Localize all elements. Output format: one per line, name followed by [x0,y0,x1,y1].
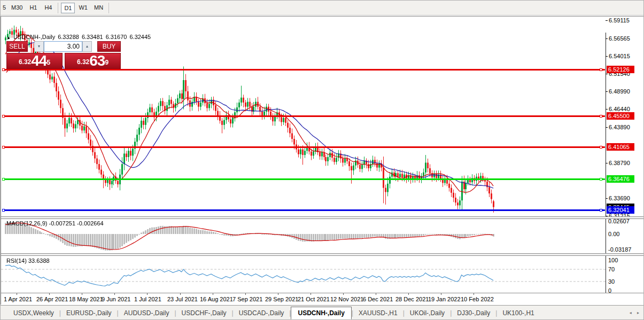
date-label: 7 Sep 2021 [232,296,262,302]
line-price-label: 6.41065 [607,143,634,151]
resistance-line-6.41065[interactable] [2,146,605,148]
timeframe-d1[interactable]: D1 [61,3,75,13]
volume-decrease-button[interactable]: ▼ [34,41,44,52]
tab-ukoil-daily[interactable]: UKOil-,Daily [405,307,450,319]
tab-usdcad-daily[interactable]: USDCAD-,Daily [234,307,290,319]
line-handle-right[interactable] [600,68,602,71]
price-tick-mark [606,127,608,128]
date-label: 18 May 2021 [69,296,103,302]
tab-usdx-weekly[interactable]: USDX,Weekly [8,307,59,319]
resistance-line-6.45500[interactable] [2,115,605,117]
sell-price-big: 44 [31,54,46,68]
buy-price-prefix: 6.32 [77,56,89,68]
date-label: 10 Feb 2022 [461,296,494,302]
line-bar [2,69,605,71]
ohlc-close: 6.32445 [129,34,151,40]
line-handle-left[interactable] [2,68,5,71]
line-price-label: 6.32041 [607,206,634,214]
date-label: 6 Dec 2021 [363,296,393,302]
timeframe-m30[interactable]: M30 [9,3,25,13]
sell-button[interactable]: SELL [6,41,28,52]
tab-xauusd-h1[interactable]: XAUUSD-,H1 [353,307,403,319]
volume-input[interactable] [44,41,82,52]
timeframe-w1[interactable]: W1 [76,3,90,13]
line-bar [2,178,605,180]
line-handle-right[interactable] [600,178,602,181]
price-tick-label: 6.48990 [609,88,630,95]
collapse-icon[interactable]: ▲ [6,35,11,40]
date-label: 23 Jul 2021 [167,296,198,302]
macd-splitter[interactable] [1,216,644,219]
line-handle-right[interactable] [600,115,602,118]
chart-symbol-title: USDCNH-,Daily [13,34,55,40]
date-tick-mark [147,293,148,295]
line-handle-left[interactable] [2,209,5,212]
date-label: 26 Apr 2021 [36,296,68,302]
date-label: 29 Sep 2021 [265,296,298,302]
buy-price-box[interactable]: 6.32 63 9 [65,53,121,69]
price-tick-label: 6.43890 [609,124,630,130]
support-line-6.36476[interactable] [2,178,605,180]
sell-price-prefix: 6.32 [19,56,31,68]
date-tick-mark [82,293,82,295]
tab-scroll-arrows[interactable]: ◂ ▸ [630,310,641,315]
rsi-canvas[interactable] [1,256,606,292]
price-tick-label: 6.56565 [609,35,630,42]
timeframe-mn[interactable]: MN [91,3,106,13]
line-handle-right[interactable] [600,209,602,212]
chart-window: ▲USDCNH-,Daily6.332886.334816.316706.324… [1,16,644,305]
date-tick-mark [408,293,409,295]
timeframe-5[interactable]: 5 [1,3,7,13]
macd-axis-label: 0.00 [608,231,619,237]
ohlc-high: 6.33481 [82,34,103,40]
line-price-label: 6.36476 [607,175,634,183]
chart-tab-bar: USDX,Weekly|EURUSD-,Daily|AUDUSD-,Daily|… [1,305,644,320]
tab-dj30-daily[interactable]: DJ30-,Daily [452,307,495,319]
resistance-line-6.52126[interactable] [2,69,605,71]
tab-eurusd-daily[interactable]: EURUSD-,Daily [61,307,117,319]
date-axis[interactable]: 1 Apr 202126 Apr 202118 May 20219 Jun 20… [1,293,644,305]
macd-label: MACD(12,26,9) -0.007251 -0.002664 [6,220,104,227]
tab-usdcnh-daily[interactable]: USDCNH-,Daily [291,307,351,319]
line-handle-left[interactable] [2,115,5,118]
price-tick-mark [606,38,608,39]
macd-axis-label: -0.03187 [608,246,631,253]
rsi-axis-label: 0 [608,287,611,294]
date-label: 1 Apr 2021 [4,296,32,302]
tab-usdchf-daily[interactable]: USDCHF-,Daily [176,307,232,319]
date-tick-mark [245,293,246,295]
line-price-label: 6.52126 [607,66,634,73]
support-line-6.32041[interactable] [2,209,605,211]
price-tick-label: 6.38790 [609,160,630,166]
rsi-axis-label: 30 [608,278,615,285]
toolbar-separator [108,3,109,13]
timeframe-h4[interactable]: H4 [41,3,55,13]
tab-audusd-daily[interactable]: AUDUSD-,Daily [119,307,175,319]
date-tick-mark [311,293,311,295]
date-tick-mark [441,293,441,295]
timeframe-toolbar: 5M30H1H4D1W1MN [1,1,644,15]
line-handle-right[interactable] [600,146,602,149]
volume-increase-button[interactable]: ▲ [82,41,92,52]
rsi-splitter[interactable] [1,253,644,256]
timeframe-h1[interactable]: H1 [26,3,40,13]
one-click-trade-panel: SELL ▼ ▲ BUY 6.32 44 5 6.32 63 9 [6,41,121,69]
date-label: 1 Jul 2021 [134,296,161,302]
buy-button[interactable]: BUY [97,41,121,52]
buy-price-pip: 9 [105,53,108,72]
date-label: 28 Dec 2021 [395,296,429,302]
sell-price-box[interactable]: 6.32 44 5 [6,53,63,69]
line-bar [2,146,605,148]
sell-price-pip: 5 [46,53,50,72]
price-tick-label: 6.33690 [609,195,630,201]
price-tick-label: 6.59115 [609,17,630,24]
tab-uk100-h1[interactable]: UK100-,H1 [497,307,539,319]
mt4-window: 5M30H1H4D1W1MN ▲USDCNH-,Daily6.332886.33… [0,0,644,320]
date-tick-mark [213,293,213,295]
line-handle-left[interactable] [2,178,5,181]
date-tick-mark [114,293,115,295]
date-tick-mark [474,293,474,295]
price-tick-mark [606,74,608,74]
line-handle-left[interactable] [2,146,5,149]
date-tick-mark [343,293,344,295]
